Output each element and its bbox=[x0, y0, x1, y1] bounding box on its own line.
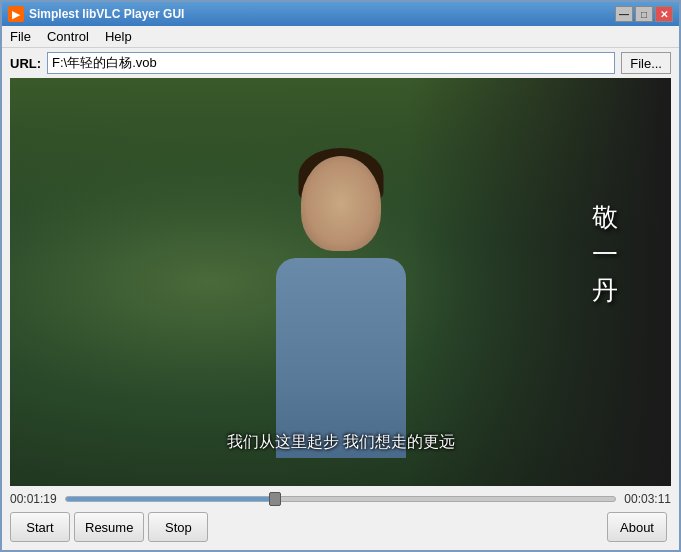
video-chinese-overlay: 敬 一 丹 bbox=[592, 200, 618, 309]
progress-track[interactable] bbox=[65, 496, 617, 502]
window-title: Simplest libVLC Player GUI bbox=[29, 7, 184, 21]
url-bar: URL: File... bbox=[2, 48, 679, 78]
video-frame: 敬 一 丹 我们从这里起步 我们想走的更远 bbox=[10, 78, 671, 486]
about-button[interactable]: About bbox=[607, 512, 667, 542]
stop-button[interactable]: Stop bbox=[148, 512, 208, 542]
url-input[interactable] bbox=[47, 52, 615, 74]
resume-button[interactable]: Resume bbox=[74, 512, 144, 542]
menu-control[interactable]: Control bbox=[39, 27, 97, 46]
url-label: URL: bbox=[10, 56, 41, 71]
button-row: Start Resume Stop About bbox=[2, 508, 679, 550]
progress-thumb[interactable] bbox=[269, 492, 281, 506]
close-button[interactable]: ✕ bbox=[655, 6, 673, 22]
menu-help[interactable]: Help bbox=[97, 27, 140, 46]
person-head bbox=[301, 156, 381, 251]
start-button[interactable]: Start bbox=[10, 512, 70, 542]
maximize-button[interactable]: □ bbox=[635, 6, 653, 22]
main-window: ▶ Simplest libVLC Player GUI — □ ✕ File … bbox=[0, 0, 681, 552]
progress-area: 00:01:19 00:03:11 bbox=[2, 486, 679, 508]
file-button[interactable]: File... bbox=[621, 52, 671, 74]
app-icon: ▶ bbox=[8, 6, 24, 22]
video-person bbox=[211, 119, 471, 486]
title-bar: ▶ Simplest libVLC Player GUI — □ ✕ bbox=[2, 2, 679, 26]
video-container: 敬 一 丹 我们从这里起步 我们想走的更远 bbox=[10, 78, 671, 486]
title-bar-left: ▶ Simplest libVLC Player GUI bbox=[8, 6, 184, 22]
menu-file[interactable]: File bbox=[2, 27, 39, 46]
title-controls: — □ ✕ bbox=[615, 6, 673, 22]
video-subtitle: 我们从这里起步 我们想走的更远 bbox=[227, 432, 455, 453]
progress-row: 00:01:19 00:03:11 bbox=[10, 492, 671, 506]
menu-bar: File Control Help bbox=[2, 26, 679, 48]
minimize-button[interactable]: — bbox=[615, 6, 633, 22]
progress-fill bbox=[66, 497, 275, 501]
total-time: 00:03:11 bbox=[624, 492, 671, 506]
person-body bbox=[276, 258, 406, 458]
current-time: 00:01:19 bbox=[10, 492, 57, 506]
